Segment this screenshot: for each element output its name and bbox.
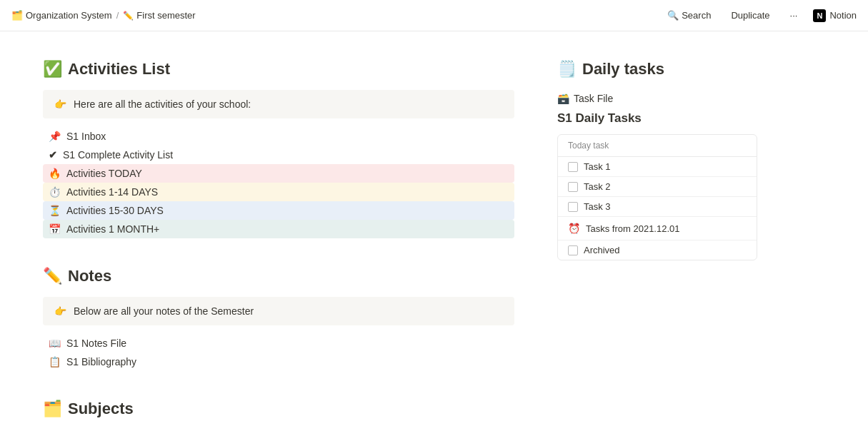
task-checkbox[interactable] [568, 202, 578, 212]
complete-list-label: S1 Complete Activity List [63, 149, 173, 161]
notes-title-icon: ✏️ [43, 267, 62, 285]
task-card: Today task Task 1 Task 2 Task 3 ⏰ Tasks … [557, 134, 757, 260]
more-icon: ··· [790, 10, 798, 21]
notes-section: ✏️ Notes 👉 Below are all your notes of t… [43, 267, 514, 371]
notes-file-icon: 📖 [49, 338, 61, 349]
duplicate-label: Duplicate [731, 10, 769, 21]
fire-icon: 🔥 [49, 168, 61, 179]
breadcrumb-page[interactable]: ✏️ First semester [123, 10, 195, 21]
subjects-title-icon: 🗂️ [43, 400, 62, 418]
notion-logo[interactable]: N Notion [813, 9, 857, 22]
breadcrumb: 🗂️ Organization System / ✏️ First semest… [11, 10, 196, 21]
more-button[interactable]: ··· [786, 7, 802, 24]
activities-title-text: Activities List [68, 60, 170, 78]
org-system-icon: 🗂️ [11, 10, 23, 21]
list-item[interactable]: ⏳ Activities 15-30 DAYS [43, 201, 514, 220]
left-column: ✅ Activities List 👉 Here are all the act… [43, 60, 514, 426]
task-file-label: Task File [574, 93, 613, 104]
daily-tasks-icon: 🗒️ [557, 60, 577, 78]
task-item[interactable]: Task 1 [558, 157, 757, 177]
task-card-header: Today task [558, 135, 757, 157]
calendar-icon: 📅 [49, 223, 61, 235]
alarm-icon: ⏰ [568, 223, 580, 234]
archived-item[interactable]: Archived [558, 240, 757, 260]
right-column: 🗒️ Daily tasks 🗃️ Task File S1 Daily Tas… [557, 60, 757, 426]
main-content: ✅ Activities List 👉 Here are all the act… [0, 31, 868, 426]
subjects-title: 🗂️ Subjects [43, 400, 514, 418]
task-item[interactable]: Task 3 [558, 197, 757, 217]
notes-callout-text: Below are all your notes of the Semester [74, 305, 254, 317]
archived-label: Archived [584, 245, 620, 255]
inbox-icon: 📌 [49, 131, 61, 142]
hourglass-icon: ⏳ [49, 205, 61, 216]
bibliography-icon: 📋 [49, 356, 61, 367]
task-checkbox[interactable] [568, 162, 578, 172]
breadcrumb-root[interactable]: 🗂️ Organization System [11, 10, 112, 21]
callout-icon: 👉 [54, 98, 66, 110]
daily-tasks-text: Daily tasks [582, 60, 664, 78]
task-2-label: Task 2 [584, 181, 611, 192]
task-item[interactable]: Task 2 [558, 177, 757, 197]
bibliography-label: S1 Bibliography [66, 356, 136, 367]
breadcrumb-page-label: First semester [136, 10, 195, 21]
task-checkbox[interactable] [568, 182, 578, 192]
tasks-from-date-label: Tasks from 2021.12.01 [586, 223, 680, 234]
check-icon: ✔ [49, 149, 57, 161]
edit-icon: ✏️ [123, 11, 134, 21]
search-label: Search [682, 10, 711, 21]
search-icon: 🔍 [667, 10, 679, 21]
subjects-title-text: Subjects [68, 400, 134, 418]
activities-title: ✅ Activities List [43, 60, 514, 78]
topbar: 🗂️ Organization System / ✏️ First semest… [0, 0, 868, 31]
notes-callout-icon: 👉 [54, 305, 66, 317]
list-item[interactable]: 📅 Activities 1 MONTH+ [43, 220, 514, 238]
tasks-from-date[interactable]: ⏰ Tasks from 2021.12.01 [558, 217, 757, 240]
task-1-label: Task 1 [584, 161, 611, 172]
task-file-icon: 🗃️ [557, 93, 569, 104]
list-item[interactable]: 📋 S1 Bibliography [43, 353, 514, 371]
notes-title: ✏️ Notes [43, 267, 514, 285]
archived-checkbox[interactable] [568, 245, 578, 255]
days-1-14-label: Activities 1-14 DAYS [66, 186, 158, 198]
days-15-30-label: Activities 15-30 DAYS [66, 205, 164, 216]
breadcrumb-root-label: Organization System [26, 10, 112, 21]
subjects-section: 🗂️ Subjects [43, 400, 514, 418]
today-label: Activities TODAY [66, 168, 142, 179]
timer-icon: ⏱️ [49, 186, 61, 198]
list-item[interactable]: ⏱️ Activities 1-14 DAYS [43, 183, 514, 201]
notion-icon: N [813, 9, 826, 22]
activities-title-icon: ✅ [43, 60, 62, 78]
notes-file-label: S1 Notes File [66, 338, 126, 349]
month-label: Activities 1 MONTH+ [66, 223, 159, 235]
callout-text: Here are all the activities of your scho… [74, 98, 251, 110]
task-file-link[interactable]: 🗃️ Task File [557, 90, 757, 107]
inbox-label: S1 Inbox [66, 131, 106, 142]
task-3-label: Task 3 [584, 201, 611, 212]
notes-callout: 👉 Below are all your notes of the Semest… [43, 297, 514, 325]
activities-section: ✅ Activities List 👉 Here are all the act… [43, 60, 514, 238]
search-button[interactable]: 🔍 Search [663, 7, 715, 24]
daily-tasks-subtitle: S1 Daily Tasks [557, 111, 757, 126]
list-item[interactable]: ✔ S1 Complete Activity List [43, 146, 514, 164]
daily-tasks-title: 🗒️ Daily tasks [557, 60, 757, 78]
list-item[interactable]: 📌 S1 Inbox [43, 127, 514, 146]
notion-label: Notion [829, 10, 857, 21]
list-item[interactable]: 📖 S1 Notes File [43, 334, 514, 353]
breadcrumb-separator: / [116, 10, 119, 21]
topbar-actions: 🔍 Search Duplicate ··· N Notion [663, 7, 857, 24]
activities-callout: 👉 Here are all the activities of your sc… [43, 90, 514, 118]
duplicate-button[interactable]: Duplicate [727, 7, 774, 24]
list-item[interactable]: 🔥 Activities TODAY [43, 164, 514, 183]
notes-title-text: Notes [68, 267, 111, 285]
